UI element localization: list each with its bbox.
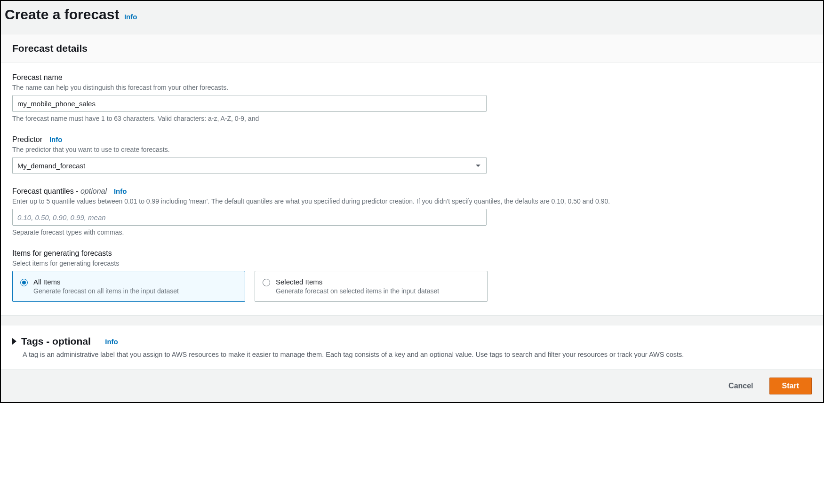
expand-caret-icon[interactable] <box>12 338 16 345</box>
radio-icon <box>20 279 28 286</box>
page-header: Create a forecast Info <box>1 1 823 34</box>
radio-selected-items[interactable]: Selected Items Generate forecast on sele… <box>255 271 488 302</box>
forecast-details-section: Forecast details Forecast name The name … <box>1 34 823 315</box>
start-button[interactable]: Start <box>769 378 812 394</box>
radio-selected-title: Selected Items <box>276 278 439 286</box>
section-header: Forecast details <box>1 34 823 63</box>
forecast-name-label: Forecast name <box>12 73 812 82</box>
tags-info-link[interactable]: Info <box>105 338 118 346</box>
items-desc: Select items for generating forecasts <box>12 260 812 267</box>
predictor-label: Predictor Info <box>12 135 812 144</box>
predictor-desc: The predictor that you want to use to cr… <box>12 146 812 153</box>
items-label: Items for generating forecasts <box>12 249 812 258</box>
quantiles-optional: optional <box>80 187 107 195</box>
forecast-name-input[interactable] <box>12 95 487 112</box>
radio-icon <box>263 279 270 286</box>
forecast-name-hint: The forecast name must have 1 to 63 char… <box>12 115 812 122</box>
forecast-name-field: Forecast name The name can help you dist… <box>12 73 812 122</box>
header-info-link[interactable]: Info <box>124 13 137 21</box>
quantiles-desc: Enter up to 5 quantile values between 0.… <box>12 197 812 205</box>
section-gap <box>1 315 823 325</box>
quantiles-input[interactable] <box>12 209 487 226</box>
radio-all-desc: Generate forecast on all items in the in… <box>33 287 179 295</box>
forecast-name-desc: The name can help you distinguish this f… <box>12 84 812 91</box>
tags-title: Tags - optional <box>21 336 91 347</box>
predictor-label-text: Predictor <box>12 135 42 143</box>
radio-all-items[interactable]: All Items Generate forecast on all items… <box>12 271 245 302</box>
footer: Cancel Start <box>1 370 823 402</box>
quantiles-label: Forecast quantiles - optional Info <box>12 187 812 196</box>
tags-desc: A tag is an administrative label that yo… <box>23 351 812 358</box>
cancel-button[interactable]: Cancel <box>722 378 760 394</box>
radio-all-title: All Items <box>33 278 179 286</box>
predictor-field: Predictor Info The predictor that you wa… <box>12 135 812 174</box>
predictor-select[interactable]: My_demand_forecast <box>12 157 487 174</box>
quantiles-label-text: Forecast quantiles - <box>12 187 80 195</box>
radio-selected-desc: Generate forecast on selected items in t… <box>276 287 439 295</box>
predictor-info-link[interactable]: Info <box>49 135 63 143</box>
quantiles-hint: Separate forecast types with commas. <box>12 228 812 236</box>
tags-section: Tags - optional Info A tag is an adminis… <box>1 325 823 370</box>
page-title: Create a forecast <box>5 7 119 22</box>
items-field: Items for generating forecasts Select it… <box>12 249 812 302</box>
quantiles-field: Forecast quantiles - optional Info Enter… <box>12 187 812 236</box>
quantiles-info-link[interactable]: Info <box>114 187 127 195</box>
section-title: Forecast details <box>12 43 812 54</box>
predictor-selected-value: My_demand_forecast <box>17 162 85 170</box>
